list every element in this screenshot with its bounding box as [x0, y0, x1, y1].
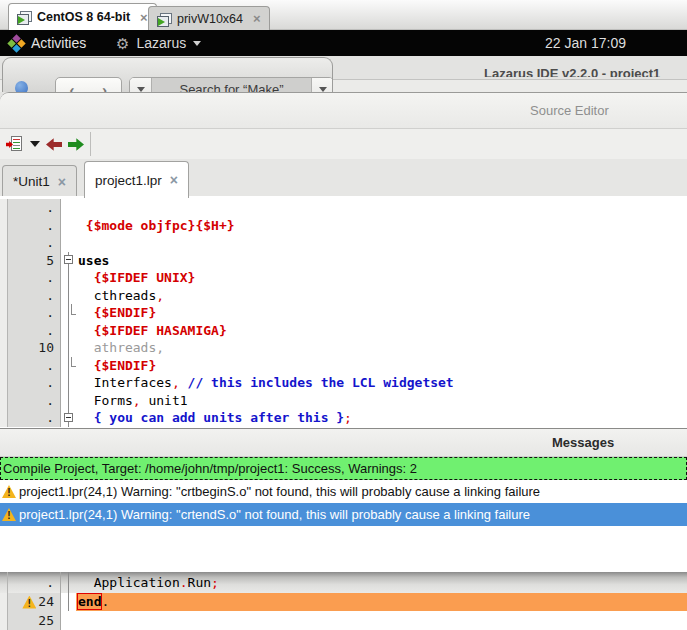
- gutter-cell[interactable]: .: [8, 322, 60, 340]
- fold-margin: [60, 234, 76, 252]
- code-row[interactable]: 5uses: [0, 252, 687, 270]
- close-icon[interactable]: ×: [253, 11, 261, 26]
- jump-to-line-icon[interactable]: [6, 135, 24, 153]
- code-row[interactable]: . cthreads,: [0, 287, 687, 305]
- gutter-cell[interactable]: .: [8, 357, 60, 375]
- gutter-cell[interactable]: 10: [8, 339, 60, 357]
- code-row[interactable]: . {$mode objfpc}{$H+}: [0, 217, 687, 235]
- messages-titlebar[interactable]: Messages: [0, 429, 687, 457]
- editor-left-frame: [0, 339, 8, 357]
- code-row[interactable]: . {$ENDIF}: [0, 357, 687, 375]
- code-segment: {$mode objfpc}{$H+}: [78, 218, 235, 233]
- code-segment: {$IFDEF UNIX}: [78, 270, 195, 285]
- gutter-cell[interactable]: .: [8, 234, 60, 252]
- code-row[interactable]: . { you can add units after this };: [0, 409, 687, 427]
- code-row[interactable]: 10 athreads,: [0, 339, 687, 357]
- close-icon[interactable]: ×: [58, 174, 66, 190]
- line-number: .: [46, 287, 54, 305]
- clock[interactable]: 22 Jan 17:09: [545, 30, 626, 56]
- combo-right-arrow-icon[interactable]: [312, 78, 333, 92]
- gutter-cell[interactable]: .: [8, 217, 60, 235]
- gutter-cell[interactable]: .: [8, 199, 60, 217]
- search-combobox[interactable]: Search for “Make”: [129, 77, 333, 92]
- gutter-cell[interactable]: .: [8, 392, 60, 410]
- play-icon: [158, 18, 165, 26]
- code-segment: .: [101, 594, 109, 609]
- line-number: 10: [38, 339, 54, 357]
- jump-back-icon[interactable]: [46, 138, 62, 151]
- code-row[interactable]: 24end.: [0, 593, 687, 611]
- gutter-cell[interactable]: 25: [8, 611, 60, 630]
- editor-tab[interactable]: *Unit1×: [2, 165, 77, 197]
- line-number: .: [46, 572, 54, 593]
- code-row[interactable]: . Forms, unit1: [0, 392, 687, 410]
- warning-icon: [2, 508, 16, 521]
- gutter-cell[interactable]: .: [8, 374, 60, 392]
- gutter-cell[interactable]: 24: [8, 593, 60, 611]
- back-button[interactable]: ‹: [55, 77, 89, 92]
- source-editor-titlebar[interactable]: Source Editor: [0, 93, 687, 129]
- code-segment: unit1: [141, 393, 188, 408]
- fold-margin: [60, 217, 76, 235]
- fold-collapse-icon[interactable]: [64, 255, 73, 264]
- editor-left-frame: [0, 409, 8, 427]
- gutter-cell[interactable]: .: [8, 409, 60, 427]
- code-editor-bottom[interactable]: . Application.Run;24end.25: [0, 572, 687, 630]
- code-segment: uses: [78, 253, 109, 268]
- fold-collapse-icon[interactable]: [64, 413, 73, 422]
- code-row[interactable]: .: [0, 234, 687, 252]
- jump-forward-icon[interactable]: [68, 138, 84, 151]
- code-editor[interactable]: .. {$mode objfpc}{$H+}.5uses. {$IFDEF UN…: [0, 196, 687, 428]
- editor-left-frame: [0, 322, 8, 340]
- centos-logo-icon: [7, 34, 25, 52]
- line-number: .: [46, 409, 54, 427]
- dropdown-caret-icon[interactable]: [30, 141, 40, 147]
- message-row[interactable]: Compile Project, Target: /home/john/tmp/…: [0, 457, 687, 480]
- code-segment: ;: [211, 575, 219, 590]
- activities-button[interactable]: Activities: [10, 30, 86, 56]
- line-number: 25: [38, 611, 54, 630]
- gutter-cell[interactable]: 5: [8, 252, 60, 270]
- close-icon[interactable]: ×: [140, 10, 148, 25]
- code-segment: ,: [172, 375, 180, 390]
- editor-left-frame: [0, 392, 8, 410]
- forward-button[interactable]: ›: [88, 77, 122, 92]
- code-segment: ;: [344, 410, 352, 425]
- editor-left-frame: [0, 199, 8, 217]
- code-segment: Forms: [78, 393, 133, 408]
- code-row[interactable]: . {$IFDEF HASAMIGA}: [0, 322, 687, 340]
- message-row[interactable]: project1.lpr(24,1) Warning: "crtendS.o" …: [0, 503, 687, 526]
- blue-app-icon: [15, 81, 28, 92]
- code-row[interactable]: 25: [0, 611, 687, 630]
- gutter-cell[interactable]: .: [8, 287, 60, 305]
- line-number: .: [46, 374, 54, 392]
- code-row[interactable]: . {$IFDEF UNIX}: [0, 269, 687, 287]
- code-segment: {$IFDEF HASAMIGA}: [78, 323, 227, 338]
- gutter-cell[interactable]: .: [8, 269, 60, 287]
- app-menu-lazarus[interactable]: ⚙ Lazarus: [116, 30, 201, 56]
- line-number: .: [46, 234, 54, 252]
- code-segment: ,: [133, 393, 141, 408]
- gutter-cell[interactable]: .: [8, 304, 60, 322]
- line-number: .: [46, 199, 54, 217]
- messages-title: Messages: [552, 435, 614, 450]
- fold-margin: [60, 374, 76, 392]
- message-row[interactable]: project1.lpr(24,1) Warning: "crtbeginS.o…: [0, 480, 687, 503]
- editor-tab[interactable]: project1.lpr×: [84, 161, 189, 198]
- fold-margin: [60, 287, 76, 305]
- fold-margin: [60, 392, 76, 410]
- code-row[interactable]: . Application.Run;: [0, 572, 687, 593]
- fold-margin: [60, 572, 76, 593]
- search-input[interactable]: Search for “Make”: [151, 78, 312, 92]
- combo-left-arrow-icon[interactable]: [130, 78, 151, 92]
- code-line: athreads,: [76, 339, 687, 357]
- code-row[interactable]: . Interfaces, // this includes the LCL w…: [0, 374, 687, 392]
- code-segment: athreads,: [78, 340, 164, 355]
- vm-tab[interactable]: privW10x64×: [148, 6, 270, 30]
- gutter-cell[interactable]: .: [8, 572, 60, 593]
- vm-tab[interactable]: CentOS 8 64-bit×: [8, 3, 157, 30]
- code-row[interactable]: .: [0, 199, 687, 217]
- close-icon[interactable]: ×: [170, 172, 178, 188]
- code-row[interactable]: . {$ENDIF}: [0, 304, 687, 322]
- gnome-top-bar: Activities ⚙ Lazarus 22 Jan 17:09: [0, 30, 687, 56]
